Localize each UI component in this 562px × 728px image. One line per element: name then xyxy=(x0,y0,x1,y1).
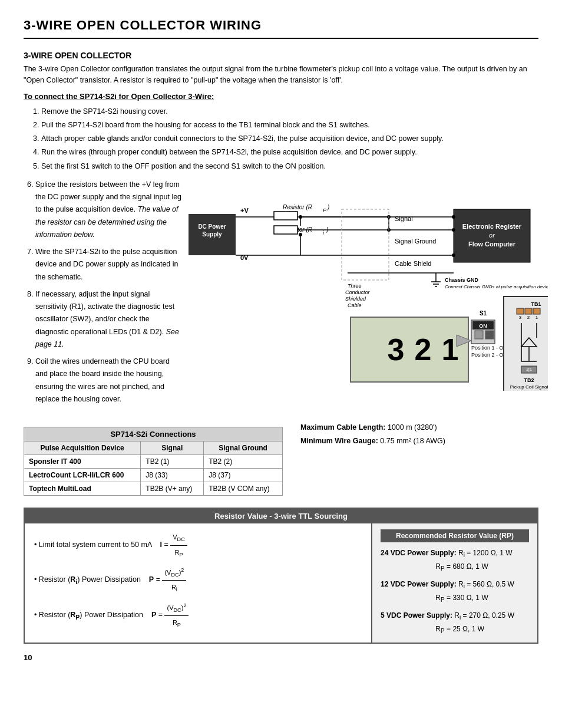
svg-text:Conductor: Conductor xyxy=(345,289,371,295)
section-title: 3-WIRE OPEN COLLECTOR xyxy=(24,51,538,60)
step-3: Attach proper cable glands and/or condui… xyxy=(41,133,538,145)
step-6: Splice the resistors between the +V leg … xyxy=(35,179,183,241)
svg-rect-34 xyxy=(533,308,540,314)
svg-rect-33 xyxy=(525,308,532,314)
col-header-signal: Signal xyxy=(141,442,204,455)
tb1-label: TB1 xyxy=(531,301,541,307)
cable-shield-label: Cable Shield xyxy=(395,260,431,267)
recommended-resistor: Recommended Resistor Value (RP) 24 VDC P… xyxy=(372,523,537,643)
v-plus-label: +V xyxy=(240,207,249,214)
table-row: LectroCount LCR-II/LCR 600 J8 (33) J8 (3… xyxy=(24,469,283,482)
resistor-section: Resistor Value - 3-wire TTL Sourcing • L… xyxy=(24,508,538,644)
page-number: 10 xyxy=(24,653,538,662)
svg-rect-31 xyxy=(485,331,494,339)
step-7: Wire the SP714-S2i to the pulse acquisit… xyxy=(35,246,183,284)
register-label-2: Flow Computer xyxy=(468,241,516,248)
table-title: SP714-S2i Connections xyxy=(24,427,283,442)
col-header-ground: Signal Ground xyxy=(204,442,283,455)
svg-text:Shielded: Shielded xyxy=(345,296,366,302)
step-5: Set the first S1 switch to the OFF posit… xyxy=(41,160,538,173)
svg-point-27 xyxy=(452,228,455,232)
svg-text:Three: Three xyxy=(348,283,362,289)
signal-ground-label: Signal Ground xyxy=(395,238,436,245)
signal-label: Signal xyxy=(395,215,413,222)
svg-text:1: 1 xyxy=(535,315,538,320)
svg-rect-30 xyxy=(475,331,483,339)
steps-list-2: Splice the resistors between the +V leg … xyxy=(35,179,183,406)
table-row: Sponsler IT 400 TB2 (1) TB2 (2) xyxy=(24,455,283,469)
svg-point-28 xyxy=(452,253,455,257)
steps-list: Remove the SP714-S2i housing cover. Pull… xyxy=(41,106,538,173)
resistor-title: Resistor Value - 3-wire TTL Sourcing xyxy=(25,509,537,523)
on-label: ON xyxy=(479,323,487,329)
resistor-ri-symbol xyxy=(274,226,297,234)
svg-text:Connect Chassis GNDs at pulse : Connect Chassis GNDs at pulse acquisitio… xyxy=(445,284,548,289)
step-4: Run the wires (through proper conduit) b… xyxy=(41,146,538,159)
svg-text:DC Power: DC Power xyxy=(198,223,226,230)
resistor-rp-symbol xyxy=(274,212,297,220)
number-3: 3 xyxy=(388,332,405,367)
register-or: or xyxy=(489,232,495,239)
chassis-gnd-label: Chassis GND xyxy=(445,277,479,283)
step-8: If necessary, adjust the input signal se… xyxy=(35,288,183,351)
svg-text:i: i xyxy=(323,230,325,236)
tb2-desc: Pickup Coil Signal xyxy=(510,384,548,390)
step-1: Remove the SP714-S2i housing cover. xyxy=(41,106,538,118)
svg-text:2|1: 2|1 xyxy=(526,367,532,372)
register-label-1: Electronic Register xyxy=(462,223,522,230)
recommended-title: Recommended Resistor Value (RP) xyxy=(381,529,529,542)
step-9: Coil the wires underneath the CPU board … xyxy=(35,355,183,406)
cable-info: Maximum Cable Length: 1000 m (3280') Min… xyxy=(300,416,445,452)
svg-text:2: 2 xyxy=(527,315,530,320)
position2-label: Position 2 - ON xyxy=(471,352,507,358)
svg-point-26 xyxy=(452,215,455,219)
number-1: 1 xyxy=(442,332,459,367)
shielded-cable-box xyxy=(342,209,389,280)
svg-text:3: 3 xyxy=(519,315,522,320)
connections-table: SP714-S2i Connections Pulse Acquisition … xyxy=(24,427,283,496)
number-2: 2 xyxy=(415,332,432,367)
s1-label: S1 xyxy=(480,310,487,317)
svg-text:P: P xyxy=(323,207,326,213)
resistor-formulas: • Limit total system current to 50 mA I … xyxy=(25,523,372,643)
resistor-rp-label: Resistor (R xyxy=(283,204,312,210)
svg-rect-32 xyxy=(517,308,524,314)
tb2-label: TB2 xyxy=(524,377,534,383)
diagram-svg: DC Power Supply +V 0V Resistor (R P ) Re… xyxy=(183,179,548,391)
wiring-diagram: DC Power Supply +V 0V Resistor (R P ) Re… xyxy=(183,179,548,410)
step-2: Pull the SP714-S2i board from the housin… xyxy=(41,119,538,131)
table-row: Toptech MultiLoad TB2B (V+ any) TB2B (V … xyxy=(24,482,283,496)
svg-text:Supply: Supply xyxy=(202,231,222,238)
col-header-device: Pulse Acquisition Device xyxy=(24,442,141,455)
page-title: 3-WIRE OPEN COLLECTOR WIRING xyxy=(24,18,538,39)
connect-title: To connect the SP714-S2i for Open Collec… xyxy=(24,92,538,101)
svg-text:): ) xyxy=(327,204,329,210)
section-description: The 3-wire Open Collector configuration … xyxy=(24,64,538,86)
svg-text:Cable: Cable xyxy=(348,302,362,308)
